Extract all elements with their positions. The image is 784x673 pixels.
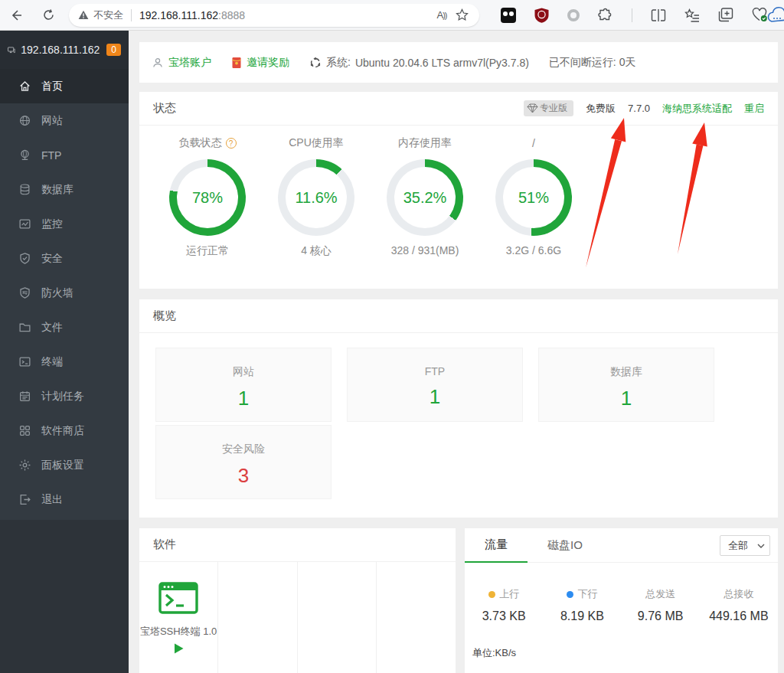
grid-icon — [18, 424, 31, 437]
interface-filter-select[interactable]: 全部 — [720, 535, 770, 556]
logout-icon — [18, 493, 31, 506]
sidebar: 192.168.111.162 0 首页 网站 FTP 数据库 监控 — [0, 31, 129, 673]
gauge-memory: 内存使用率 35.2% 328 / 931(MB) — [371, 136, 479, 258]
sidebar-item-website[interactable]: 网站 — [0, 103, 129, 138]
stat-total-sent: 总发送 9.76 MB — [622, 587, 700, 623]
status-panel: 状态 专业版 免费版 7.7.0 海纳思系统适配 重启 负载状态? 78% 运行… — [139, 92, 778, 289]
folder-icon — [18, 321, 31, 334]
sidebar-item-firewall[interactable]: 防火墙 — [0, 276, 129, 310]
overview-card-ftp[interactable]: FTP 1 — [347, 348, 523, 422]
sidebar-item-cron[interactable]: 计划任务 — [0, 379, 129, 413]
favorite-star-icon[interactable] — [452, 5, 472, 25]
sidebar-item-label: 终端 — [41, 355, 63, 369]
gauge-title: 负载状态 — [179, 136, 222, 150]
sidebar-item-terminal[interactable]: 终端 — [0, 345, 129, 379]
total-sent-value: 9.76 MB — [622, 609, 700, 623]
collections-icon[interactable] — [718, 8, 733, 22]
pro-version-badge[interactable]: 专业版 — [524, 100, 573, 116]
sidebar-item-label: 退出 — [41, 493, 63, 507]
gray-ring-extension-icon[interactable] — [567, 9, 580, 21]
sidebar-item-files[interactable]: 文件 — [0, 310, 129, 345]
extensions-puzzle-icon[interactable] — [598, 8, 613, 23]
restart-link[interactable]: 重启 — [744, 102, 764, 116]
software-item-ssh-terminal[interactable]: 宝塔SSH终端 1.0 — [139, 562, 218, 673]
split-screen-icon[interactable] — [651, 8, 666, 22]
gauge-subtext: 4 核心 — [301, 244, 332, 258]
sidebar-item-label: 计划任务 — [41, 390, 84, 403]
account-topbar: 宝塔账户 邀请奖励 系统: Ubuntu 20.04.6 LTS armv7l(… — [139, 42, 778, 83]
overview-card-database[interactable]: 数据库 1 — [538, 348, 714, 422]
upstream-value: 3.73 KB — [465, 609, 543, 623]
software-panel: 软件 宝塔SSH终端 1.0 — [139, 528, 456, 673]
gauge-cpu: CPU使用率 11.6% 4 核心 — [262, 136, 371, 258]
sidebar-item-security[interactable]: 安全 — [0, 241, 129, 276]
url-text[interactable]: 192.168.111.162:8888 — [139, 9, 245, 21]
overview-card-security-risk[interactable]: 安全风险 3 — [155, 425, 332, 499]
gauge-title: CPU使用率 — [289, 136, 344, 150]
toolbar-divider — [632, 8, 632, 22]
status-title: 状态 — [153, 101, 176, 116]
address-bar[interactable]: 不安全 192.168.111.162:8888 A)) — [69, 4, 479, 27]
total-received-value: 449.16 MB — [700, 609, 778, 623]
downstream-dot — [567, 591, 573, 598]
shield-check-icon — [18, 252, 31, 265]
sidebar-item-label: 监控 — [41, 217, 63, 231]
ftp-globe-icon — [18, 149, 31, 162]
gauge-value: 51% — [495, 159, 572, 236]
disk-gauge-ring: 51% — [495, 159, 572, 236]
sidebar-item-database[interactable]: 数据库 — [0, 172, 129, 207]
uptime-text: 已不间断运行: 0天 — [549, 56, 636, 70]
help-icon[interactable]: ? — [226, 138, 237, 149]
read-aloud-icon[interactable]: A)) — [432, 5, 452, 25]
overview-card-website[interactable]: 网站 1 — [155, 348, 332, 422]
sidebar-item-logout[interactable]: 退出 — [0, 482, 129, 517]
sidebar-item-label: 防火墙 — [41, 286, 74, 300]
downstream-value: 8.19 KB — [543, 609, 621, 623]
sidebar-item-home[interactable]: 首页 — [0, 69, 129, 103]
refresh-icon[interactable] — [38, 5, 58, 25]
gauge-title: / — [532, 137, 535, 149]
server-info[interactable]: 192.168.111.162 0 — [0, 31, 129, 69]
traffic-panel: 流量 磁盘IO 全部 上行 3.73 KB 下行 8.19 KB — [465, 528, 778, 673]
tab-traffic[interactable]: 流量 — [465, 537, 528, 563]
tampermonkey-extension-icon[interactable] — [501, 8, 516, 23]
sidebar-footer — [0, 520, 129, 673]
edition-label: 免费版 — [586, 102, 616, 116]
stat-downstream: 下行 8.19 KB — [543, 587, 621, 623]
software-title: 软件 — [153, 537, 176, 552]
main-content: 宝塔账户 邀请奖励 系统: Ubuntu 20.04.6 LTS armv7l(… — [129, 31, 784, 673]
gear-icon — [18, 459, 31, 472]
sidebar-item-appstore[interactable]: 软件商店 — [0, 413, 129, 448]
gauge-root-disk: / 51% 3.2G / 6.6G — [479, 136, 588, 258]
site-security-chip[interactable]: 不安全 — [78, 8, 123, 22]
ubuntu-icon — [309, 57, 322, 69]
sidebar-item-ftp[interactable]: FTP — [0, 138, 129, 172]
cpu-gauge-ring: 11.6% — [278, 159, 354, 236]
cloud-sync-icon[interactable] — [766, 6, 784, 25]
ublock-extension-icon[interactable] — [534, 8, 549, 23]
tab-disk-io[interactable]: 磁盘IO — [528, 538, 603, 562]
gauge-subtext: 328 / 931(MB) — [391, 244, 459, 256]
gauge-title: 内存使用率 — [398, 136, 452, 150]
gauge-subtext: 3.2G / 6.6G — [506, 244, 561, 256]
bt-account-link[interactable]: 宝塔账户 — [152, 56, 211, 70]
security-label: 不安全 — [93, 8, 123, 22]
globe-icon — [18, 114, 31, 127]
sidebar-item-monitor[interactable]: 监控 — [0, 207, 129, 241]
gauge-value: 11.6% — [278, 159, 354, 236]
message-count-badge[interactable]: 0 — [106, 44, 121, 56]
database-icon — [18, 183, 31, 196]
favorites-hub-icon[interactable] — [684, 8, 700, 22]
system-value: Ubuntu 20.04.6 LTS armv7l(Py3.7.8) — [355, 57, 529, 69]
software-empty-cell — [298, 562, 377, 673]
software-empty-cell — [377, 562, 456, 673]
upstream-dot — [488, 591, 495, 598]
warning-icon — [78, 10, 89, 20]
play-icon[interactable] — [174, 643, 184, 654]
sidebar-item-settings[interactable]: 面板设置 — [0, 448, 129, 482]
hinas-adapt-link[interactable]: 海纳思系统适配 — [662, 102, 732, 116]
invite-reward-link[interactable]: 邀请奖励 — [231, 56, 289, 70]
panel-version: 7.7.0 — [628, 103, 650, 114]
back-icon[interactable] — [6, 5, 26, 25]
system-info: 系统: Ubuntu 20.04.6 LTS armv7l(Py3.7.8) — [309, 56, 529, 70]
